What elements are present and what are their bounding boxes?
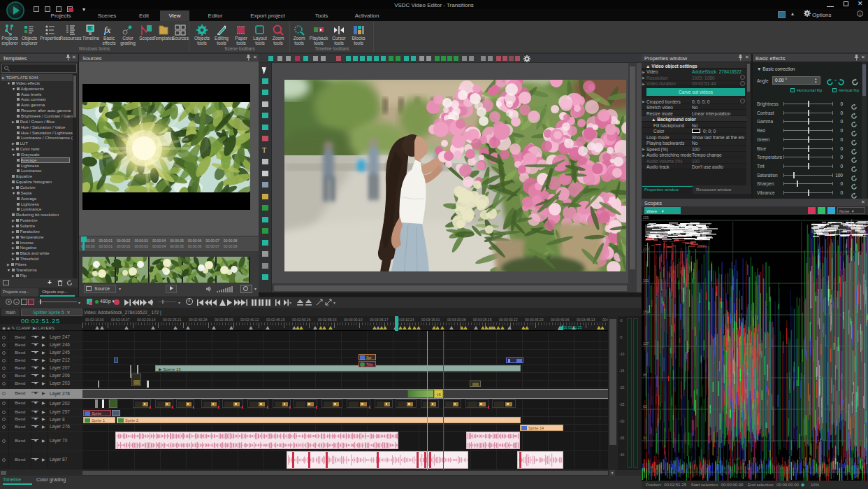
svg-text:31: 31 [643,436,647,440]
svg-text:191: 191 [643,278,649,283]
svg-text:95: 95 [643,373,647,377]
svg-text:fx: fx [104,24,111,35]
svg-text:0: 0 [643,467,645,472]
svg-text:127: 127 [643,341,649,346]
svg-text:255: 255 [643,215,649,220]
svg-text:223: 223 [643,247,649,251]
svg-text:63: 63 [643,404,647,409]
svg-text:159: 159 [643,310,649,314]
